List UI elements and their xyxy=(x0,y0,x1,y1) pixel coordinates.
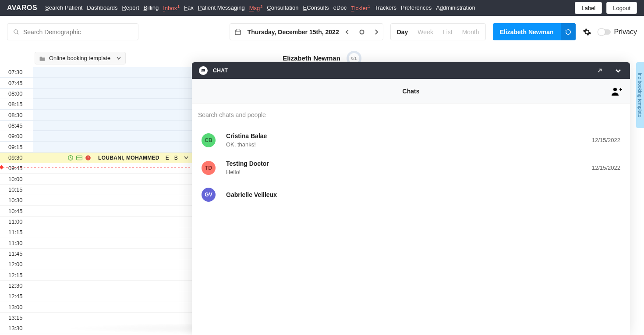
label-button[interactable]: Label xyxy=(575,2,602,14)
search-demographic-field[interactable] xyxy=(7,23,138,40)
time-slot[interactable] xyxy=(33,67,192,77)
template-select[interactable]: Online booking template xyxy=(35,52,126,64)
nav-billing[interactable]: Billing xyxy=(144,4,159,11)
alert-icon xyxy=(85,155,91,161)
time-slot[interactable] xyxy=(33,110,192,120)
appt-expand-icon[interactable] xyxy=(184,156,188,160)
time-slot[interactable] xyxy=(33,291,192,301)
time-row[interactable]: 10:00 xyxy=(0,174,192,184)
chat-search-input[interactable] xyxy=(198,111,624,118)
nav-preferences[interactable]: Preferences xyxy=(401,4,432,11)
time-slot[interactable] xyxy=(33,259,192,269)
time-row[interactable]: 11:30 xyxy=(0,238,192,249)
time-row[interactable]: 10:45 xyxy=(0,206,192,216)
chat-collapse-button[interactable] xyxy=(615,68,623,73)
time-slot[interactable] xyxy=(33,323,192,333)
time-row[interactable]: 13:30 xyxy=(0,323,192,334)
time-slot[interactable] xyxy=(33,131,192,141)
next-day-button[interactable] xyxy=(374,29,379,35)
view-week[interactable]: Week xyxy=(418,29,433,36)
nav-links: Search Patient Dashboards Report Billing… xyxy=(45,4,570,11)
time-row[interactable]: 12:00 xyxy=(0,259,192,270)
online-booking-side-tab[interactable]: ine booking template xyxy=(636,62,644,128)
prev-day-button[interactable] xyxy=(345,29,350,35)
avatar: CB xyxy=(202,133,216,147)
time-slot[interactable] xyxy=(33,249,192,259)
time-slot[interactable] xyxy=(33,163,192,173)
time-row[interactable]: 12:15 xyxy=(0,270,192,281)
view-month[interactable]: Month xyxy=(462,29,479,36)
time-row[interactable]: 09:00 xyxy=(0,131,192,142)
time-slot[interactable] xyxy=(33,78,192,88)
chats-tab[interactable]: Chats xyxy=(403,88,420,95)
time-slot[interactable] xyxy=(33,99,192,109)
time-row[interactable]: 11:15 xyxy=(0,227,192,238)
time-slot[interactable] xyxy=(33,142,192,152)
appointment-row[interactable]: 09:30 LOUBANI, MOHAMMED E B xyxy=(0,153,192,163)
time-slot[interactable] xyxy=(33,174,192,184)
nav-edoc[interactable]: eDoc xyxy=(333,4,347,11)
search-demographic-input[interactable] xyxy=(23,29,133,36)
time-slot[interactable] xyxy=(33,281,192,291)
time-row[interactable]: 13:15 xyxy=(0,313,192,323)
time-slot[interactable] xyxy=(33,302,192,312)
time-slot[interactable] xyxy=(33,238,192,248)
provider-pill[interactable]: Elizabeth Newman xyxy=(493,23,576,40)
time-row[interactable]: 10:30 xyxy=(0,195,192,206)
chat-item[interactable]: GV Gabrielle Veilleux xyxy=(192,182,630,208)
time-row[interactable]: 08:00 xyxy=(0,89,192,99)
time-slot[interactable] xyxy=(33,227,192,237)
time-row[interactable]: 09:15 xyxy=(0,142,192,152)
time-row[interactable]: 07:30 xyxy=(0,67,192,78)
date-picker[interactable]: Thursday, December 15th, 2022 xyxy=(230,23,383,40)
time-row[interactable]: 12:30 xyxy=(0,281,192,291)
privacy-toggle[interactable] xyxy=(598,29,611,35)
time-slot[interactable] xyxy=(33,185,192,195)
nav-inbox[interactable]: Inbox1 xyxy=(163,4,180,11)
nav-econsults[interactable]: EConsults xyxy=(303,4,329,11)
time-slot[interactable] xyxy=(33,206,192,216)
nav-tickler[interactable]: Tickler1 xyxy=(351,4,370,11)
nav-consultation[interactable]: Consultation xyxy=(267,4,298,11)
time-slot[interactable] xyxy=(33,217,192,227)
time-row[interactable]: 13:00 xyxy=(0,302,192,313)
chat-item-preview: OK, thanks! xyxy=(226,141,581,148)
add-person-button[interactable] xyxy=(611,87,622,96)
appt-tag-b[interactable]: B xyxy=(174,155,178,161)
time-slot[interactable] xyxy=(33,270,192,280)
chat-expand-button[interactable] xyxy=(597,68,605,74)
nav-msg[interactable]: Msg2 xyxy=(249,4,263,11)
chat-search[interactable] xyxy=(192,103,630,126)
time-slot[interactable] xyxy=(33,89,192,99)
time-row[interactable]: 12:45 xyxy=(0,291,192,302)
chat-item[interactable]: TD Testing Doctor Hello! 12/15/2022 xyxy=(192,154,630,182)
time-row[interactable]: 09:45 xyxy=(0,163,192,174)
nav-dashboards[interactable]: Dashboards xyxy=(87,4,117,11)
time-slot[interactable] xyxy=(33,121,192,131)
view-list[interactable]: List xyxy=(443,29,453,36)
folder-icon xyxy=(39,56,46,61)
provider-refresh-button[interactable] xyxy=(561,23,576,40)
time-row[interactable]: 08:15 xyxy=(0,99,192,110)
nav-administration[interactable]: Addministration xyxy=(436,4,475,11)
nav-fax[interactable]: Fax xyxy=(184,4,194,11)
nav-search-patient[interactable]: Search Patient xyxy=(45,4,82,11)
today-button[interactable] xyxy=(359,29,364,35)
chat-item[interactable]: CB Cristina Balae OK, thanks! 12/15/2022 xyxy=(192,126,630,154)
nav-trackers[interactable]: Trackers xyxy=(375,4,396,11)
time-row[interactable]: 10:15 xyxy=(0,185,192,195)
time-row[interactable]: 11:45 xyxy=(0,249,192,259)
nav-report[interactable]: Report xyxy=(122,4,139,11)
time-row[interactable]: 11:00 xyxy=(0,217,192,227)
time-row[interactable]: 07:45 xyxy=(0,78,192,88)
settings-button[interactable] xyxy=(583,28,591,36)
appt-tag-e[interactable]: E xyxy=(166,155,169,161)
view-day[interactable]: Day xyxy=(397,29,408,36)
time-slot[interactable] xyxy=(33,313,192,323)
time-row[interactable]: 08:45 xyxy=(0,121,192,131)
time-row[interactable]: 08:30 xyxy=(0,110,192,120)
svg-point-17 xyxy=(613,88,617,91)
logout-button[interactable]: Logout xyxy=(606,2,637,14)
time-slot[interactable] xyxy=(33,195,192,205)
nav-patient-messaging[interactable]: Patient Messaging xyxy=(198,4,245,11)
